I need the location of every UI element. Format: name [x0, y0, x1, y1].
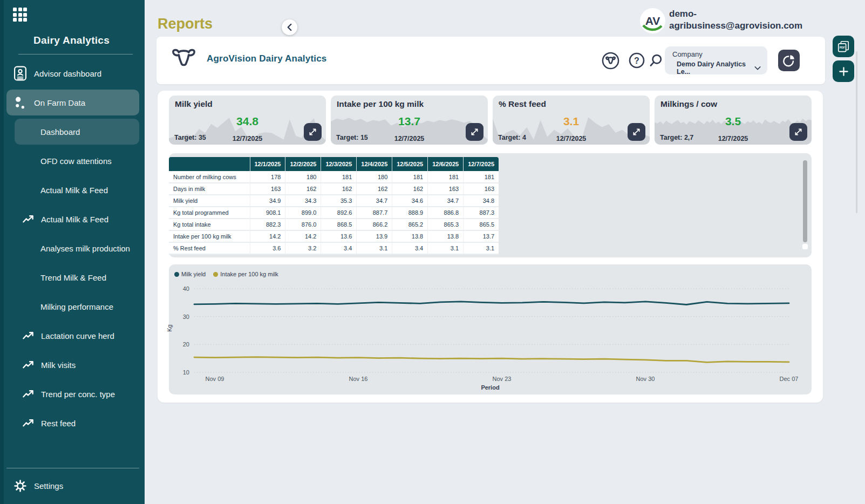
kpi-card-intake-per-100-kg-milk: Intake per 100 kg milk13.7Target: 1512/7… [331, 96, 488, 145]
kpi-card-milkings-cow: Milkings / cow3.5Target: 2,712/7/2025 [655, 96, 812, 145]
help-button[interactable]: ? [628, 51, 646, 70]
sidebar-item-lactation-curve-herd[interactable]: Lactation curve herd [6, 323, 139, 349]
table-row-number-of-milking-cows: Number of milking cows178180181180181181… [169, 171, 499, 183]
cell-value: 34.6 [392, 195, 428, 207]
sidebar-item-trend-per-conc-type[interactable]: Trend per conc. type [6, 381, 139, 407]
page-scrollbar-thumb[interactable] [856, 51, 857, 213]
company-select[interactable]: Company Demo Dairy Analytics Le... [665, 46, 767, 74]
cell-value: 180 [357, 171, 392, 183]
cow-view-button[interactable] [601, 51, 619, 70]
cell-value: 34.7 [428, 195, 464, 207]
search-button[interactable] [646, 51, 665, 70]
sidebar-item-milk-visits[interactable]: Milk visits [6, 352, 139, 378]
cell-value: 14.2 [285, 230, 321, 242]
dots-icon [13, 96, 27, 110]
cell-value: 181 [464, 171, 499, 183]
kpi-title: Intake per 100 kg milk [337, 99, 424, 109]
trend-icon [23, 331, 34, 340]
legend-dot [174, 272, 179, 277]
trend-icon [23, 360, 34, 369]
column-header: 12/5/2025 [392, 157, 428, 171]
svg-text:Dec 07: Dec 07 [780, 376, 799, 382]
legend-item-intake-per-100-kg-milk[interactable]: Intake per 100 kg milk [213, 271, 278, 277]
cell-value: 162 [357, 183, 392, 195]
sidebar-item-trend-milk-feed[interactable]: Trend Milk & Feed [6, 264, 139, 290]
collapse-sidebar-button[interactable] [282, 19, 297, 35]
apps-grid-icon[interactable] [13, 8, 139, 22]
sidebar-item-analyses-milk-production[interactable]: Analyses milk production [6, 235, 139, 261]
table-header-row: 12/1/202512/2/202512/3/202512/4/202512/5… [169, 157, 499, 171]
chart-view-button[interactable] [778, 50, 800, 71]
cell-value: 865.3 [428, 219, 464, 230]
sidebar-item-milking-performance[interactable]: Milking performance [6, 294, 139, 319]
table-scrollbar-thumb[interactable] [803, 160, 807, 242]
daily-summary-table-panel: 12/1/202512/2/202512/3/202512/4/202512/5… [169, 153, 812, 257]
sidebar-item-actual-milk-feed[interactable]: Actual Milk & Feed [6, 177, 139, 203]
chevron-down-icon [754, 66, 761, 71]
kpi-card-milk-yield: Milk yield34.8Target: 3512/7/2025 [169, 96, 326, 145]
cell-value: 163 [428, 183, 464, 195]
sidebar-item-ofd-cow-attentions[interactable]: OFD cow attentions [6, 148, 139, 174]
legend-item-milk-yield[interactable]: Milk yield [174, 271, 206, 277]
sidebar-item-label: Trend per conc. type [41, 390, 115, 399]
avatar: AV [640, 8, 665, 33]
cell-value: 13.6 [321, 230, 357, 242]
cell-value: 13.9 [357, 230, 392, 242]
plus-icon [839, 66, 849, 77]
table-row-milk-yield: Milk yield34.934.335.334.734.634.734.8 [169, 195, 499, 207]
gear-icon [13, 479, 27, 493]
cell-value: 886.8 [428, 207, 464, 219]
cell-value: 34.7 [357, 195, 392, 207]
add-button[interactable] [833, 60, 854, 82]
settings-label: Settings [34, 481, 63, 491]
trend-chart: 10203040Nov 09Nov 16Nov 23Nov 30Dec 07 [169, 264, 815, 394]
cell-value: 865.2 [392, 219, 428, 230]
sidebar-item-advisor-dashboard[interactable]: Advisor dashboard [6, 60, 139, 86]
cell-value: 13.7 [464, 230, 499, 242]
cell-value: 180 [285, 171, 321, 183]
sidebar-item-settings[interactable]: Settings [6, 475, 139, 496]
sidebar-item-rest-feed[interactable]: Rest feed [6, 410, 139, 436]
report-toolbar: AgroVision Dairy Analytics ? [156, 37, 825, 84]
user-account[interactable]: AV demo-agribusiness@agrovision.com [640, 8, 807, 33]
cell-value: 34.8 [464, 195, 499, 207]
expand-kpi-button[interactable] [304, 123, 322, 141]
trend-chart-panel: Milk yieldIntake per 100 kg milk 1020304… [169, 264, 812, 394]
cell-value: 876.0 [285, 219, 321, 230]
search-icon [649, 53, 663, 68]
sidebar-rail [0, 0, 4, 504]
sidebar-item-on-farm-data[interactable]: On Farm Data [6, 90, 139, 115]
svg-text:PDF: PDF [840, 46, 845, 49]
cell-value: 163 [464, 183, 499, 195]
pie-chart-icon [782, 53, 796, 67]
svg-text:AV: AV [645, 15, 660, 27]
kpi-title: % Rest feed [499, 99, 546, 109]
sidebar-item-dashboard[interactable]: Dashboard [15, 119, 139, 145]
cell-value: 35.3 [321, 195, 357, 207]
user-email: demo-agribusiness@agrovision.com [669, 8, 807, 33]
expand-kpi-button[interactable] [466, 123, 483, 141]
expand-kpi-button[interactable] [628, 123, 645, 141]
sidebar-item-label: On Farm Data [34, 98, 85, 107]
svg-text:Nov 23: Nov 23 [493, 376, 512, 382]
export-pdf-button[interactable]: PDF [833, 36, 854, 57]
cow-circle-icon [602, 52, 619, 70]
cell-value: 866.2 [357, 219, 392, 230]
table-scrollbar-cap [802, 244, 808, 249]
legend-label: Milk yield [181, 271, 206, 277]
cell-value: 908.1 [250, 207, 285, 219]
svg-text:Nov 16: Nov 16 [349, 376, 368, 382]
sidebar-item-actual-milk-feed[interactable]: Actual Milk & Feed [6, 206, 139, 232]
expand-kpi-button[interactable] [789, 123, 807, 141]
company-value: Demo Dairy Analytics Le... [677, 60, 750, 76]
cell-value: 3.1 [428, 242, 464, 254]
sidebar-nav: Advisor dashboardOn Farm DataDashboardOF… [0, 60, 145, 439]
cell-value: 181 [392, 171, 428, 183]
daily-summary-table: 12/1/202512/2/202512/3/202512/4/202512/5… [169, 157, 499, 255]
svg-text:30: 30 [183, 314, 189, 320]
column-header: 12/2/2025 [285, 157, 321, 171]
sidebar-item-label: Milking performance [40, 302, 113, 311]
help-icon: ? [629, 52, 645, 69]
main-area: Reports AV demo-agribusiness@agrovision.… [145, 0, 865, 504]
cell-value: 13.8 [392, 230, 428, 242]
